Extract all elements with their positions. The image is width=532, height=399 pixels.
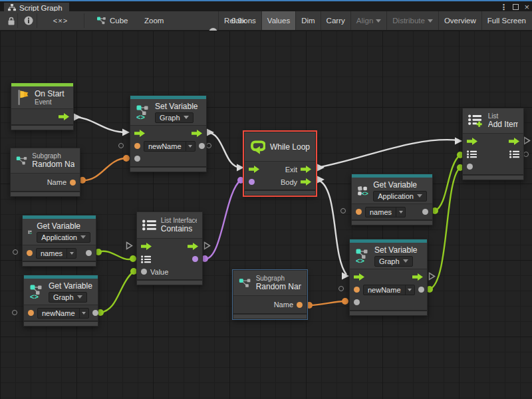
value-out-port[interactable]	[86, 250, 92, 256]
node-get-variable-app-left[interactable]: <> Get Variable Application names	[22, 215, 96, 267]
flow-connector-triangle[interactable]	[126, 241, 133, 250]
output-port[interactable]	[418, 287, 424, 293]
flow-connector-triangle[interactable]	[428, 272, 436, 281]
list-port[interactable]	[141, 255, 151, 263]
list-out-port[interactable]	[509, 150, 519, 158]
port-connector-circle[interactable]	[118, 143, 124, 148]
subgraph-icon	[16, 155, 27, 166]
dim-button[interactable]: Dim	[295, 11, 320, 30]
node-set-variable-top[interactable]: <> Set Variable Graph newName	[130, 95, 207, 172]
values-button[interactable]: Values	[261, 11, 295, 30]
node-get-variable-graph-left[interactable]: <> Get Variable Graph newName	[23, 275, 98, 327]
wire-whileloop-body-to-setvariable[interactable]	[317, 180, 346, 275]
distribute-dropdown[interactable]: Distribute	[386, 11, 438, 30]
name-port[interactable]	[28, 310, 34, 316]
name-out-port[interactable]	[70, 180, 76, 186]
variable-name-dropdown[interactable]: newName	[144, 141, 196, 152]
wire-setvariable-to-whileloop[interactable]	[207, 132, 241, 168]
port-connector-circle[interactable]	[12, 310, 17, 315]
flow-in-port[interactable]	[141, 243, 152, 250]
subgraph-icon	[239, 277, 251, 289]
node-contains[interactable]: List Interface Contains Value	[136, 211, 203, 285]
flow-out-port[interactable]	[188, 243, 198, 250]
node-get-variable-app-right[interactable]: <> Get Variable Application names	[351, 174, 433, 225]
name-out-port[interactable]	[297, 302, 303, 308]
node-footer	[233, 313, 307, 319]
name-port[interactable]	[356, 209, 362, 215]
value-port[interactable]	[141, 269, 147, 275]
overview-button[interactable]: Overview	[438, 11, 481, 30]
port-connector-circle[interactable]	[338, 286, 344, 291]
flow-in-port[interactable]	[354, 273, 364, 281]
node-subgraph-left[interactable]: Subgraph Random Name Name	[10, 148, 80, 197]
close-icon[interactable]: ×	[524, 2, 529, 12]
wire-subgraph-name-to-setvariable-right-value[interactable]	[309, 301, 345, 305]
info-button[interactable]	[19, 11, 38, 30]
flow-in-port[interactable]	[134, 130, 145, 137]
maximize-icon[interactable]	[513, 4, 519, 10]
variable-scope-dropdown[interactable]: Graph	[374, 256, 413, 267]
port-connector-circle[interactable]	[13, 249, 18, 255]
wire-newname-to-contains-value[interactable]	[100, 271, 134, 313]
chevron-down-icon	[405, 285, 414, 295]
flow-out-port[interactable]	[412, 273, 423, 281]
flow-out-port[interactable]	[192, 130, 202, 137]
port-label: Value	[150, 268, 168, 276]
flow-out-port[interactable]	[59, 113, 69, 120]
name-port[interactable]	[134, 143, 140, 149]
svg-text:<>: <>	[30, 293, 39, 300]
edit-graph-button[interactable]: <×>	[44, 11, 77, 30]
fullscreen-button[interactable]: Full Screen	[481, 11, 531, 30]
wire-whileloop-exit-to-additem[interactable]	[317, 140, 459, 168]
wire-setvariable-to-additem-item[interactable]	[430, 168, 460, 289]
wire-names-to-contains-list[interactable]	[98, 251, 133, 259]
relations-button[interactable]: Relations	[218, 11, 261, 30]
condition-port[interactable]	[249, 179, 255, 185]
value-out-port[interactable]	[92, 310, 98, 316]
node-kind: List Interface	[161, 217, 197, 224]
wire-onstart-to-setvariable[interactable]	[74, 117, 126, 132]
value-port[interactable]	[134, 156, 140, 162]
wire-subgraph-name-to-setvariable-value[interactable]	[82, 158, 126, 180]
graph-target-icon	[96, 17, 106, 25]
graph-canvas[interactable]: On Start Event <> Set Variabl	[0, 31, 532, 399]
node-on-start[interactable]: On Start Event	[11, 82, 74, 130]
variable-name-dropdown[interactable]: newName	[37, 308, 89, 319]
graph-target-button[interactable]: Cube	[92, 11, 133, 30]
port-connector-circle[interactable]	[206, 143, 211, 148]
name-port[interactable]	[27, 250, 33, 256]
name-port[interactable]	[354, 287, 360, 293]
node-add-item[interactable]: List Add Item	[462, 108, 524, 180]
node-set-variable-right[interactable]: <> Set Variable Graph newName	[349, 239, 428, 316]
result-port[interactable]	[192, 256, 198, 262]
window-menu-icon[interactable]: ⋮	[499, 3, 507, 12]
node-subgraph-mid[interactable]: Subgraph Random Name Name	[233, 270, 307, 319]
variable-scope-dropdown[interactable]: Application	[373, 191, 427, 201]
list-in-port[interactable]	[467, 150, 477, 158]
flow-connector-triangle[interactable]	[203, 241, 211, 250]
port-connector-circle[interactable]	[340, 208, 346, 213]
variable-scope-dropdown[interactable]: Graph	[155, 112, 194, 123]
value-port[interactable]	[354, 299, 360, 305]
wire-names-to-additem-list[interactable]	[435, 155, 460, 211]
variable-name-dropdown[interactable]: names	[365, 207, 406, 217]
flow-connector-triangle[interactable]	[523, 136, 531, 145]
output-port[interactable]	[199, 143, 205, 149]
carry-button[interactable]: Carry	[321, 11, 350, 30]
flow-out-port[interactable]	[509, 138, 519, 145]
variable-scope-dropdown[interactable]: Application	[37, 232, 90, 243]
align-dropdown[interactable]: Align	[350, 11, 387, 30]
value-out-port[interactable]	[422, 209, 428, 215]
toolbar-separator	[17, 13, 18, 28]
variable-name-dropdown[interactable]: newName	[363, 285, 415, 295]
variable-name-dropdown[interactable]: names	[36, 248, 76, 259]
port-connector-circle[interactable]	[523, 152, 529, 157]
flow-in-port[interactable]	[467, 138, 477, 145]
variable-scope-dropdown[interactable]: Graph	[49, 292, 87, 303]
item-port[interactable]	[467, 164, 473, 170]
body-flow-port[interactable]	[301, 178, 311, 186]
exit-flow-port[interactable]	[301, 166, 311, 173]
node-footer	[463, 174, 523, 180]
node-while-loop[interactable]: While Loop Exit Body	[244, 132, 316, 196]
flow-in-port[interactable]	[249, 166, 259, 173]
